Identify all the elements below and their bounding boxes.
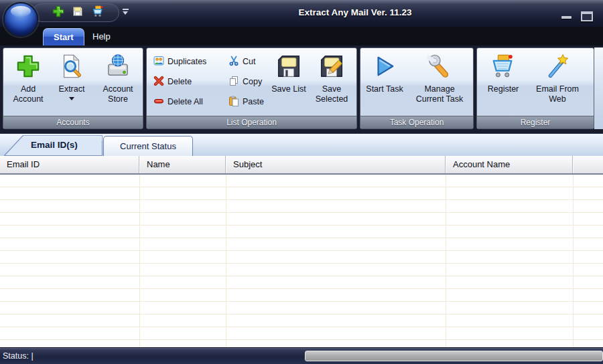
group-task-operation: Start Task Manage Current Task Task Oper… <box>360 48 474 129</box>
manage-current-task-button[interactable]: Manage Current Task <box>411 52 468 104</box>
status-text: Status: | <box>3 348 34 364</box>
chevron-down-icon <box>123 11 128 15</box>
horizontal-scrollbar-thumb[interactable] <box>305 351 603 361</box>
account-store-button[interactable]: Account Store <box>96 52 140 104</box>
window-title: Extract Any Mail Ver. 11.23 <box>107 0 603 27</box>
group-caption-list-operation: List Operation <box>147 116 356 128</box>
tab-email-ids[interactable]: Email ID(s) <box>4 135 103 156</box>
add-account-icon <box>15 52 41 84</box>
paste-button[interactable]: Paste <box>228 95 264 108</box>
column-divider <box>139 175 140 347</box>
button-label: Delete <box>168 77 192 86</box>
tab-start[interactable]: Start <box>43 28 84 46</box>
group-register: Register Email From Web Register <box>476 48 594 129</box>
tab-current-status[interactable]: Current Status <box>103 136 193 157</box>
duplicates-icon <box>153 56 164 68</box>
column-header-account-name[interactable]: Account Name <box>446 156 573 173</box>
save-selected-icon <box>319 52 344 84</box>
quick-add-button[interactable] <box>52 6 65 19</box>
group-accounts: Add Account Extract Account Store Accoun… <box>3 48 143 129</box>
ribbon: Add Account Extract Account Store Accoun… <box>0 46 603 133</box>
tab-label: Email ID(s) <box>31 140 78 150</box>
app-window: Extract Any Mail Ver. 11.23 Start Help A… <box>0 0 603 364</box>
group-caption-task-operation: Task Operation <box>360 116 473 128</box>
paste-icon <box>228 96 239 108</box>
register-button[interactable]: Register <box>482 52 524 94</box>
button-label: Delete All <box>168 97 203 106</box>
application-menu-orb[interactable] <box>3 2 38 37</box>
save-list-icon <box>276 52 302 84</box>
cut-button[interactable]: Cut <box>228 55 255 68</box>
button-label: Duplicates <box>168 57 206 66</box>
delete-all-icon <box>153 96 164 108</box>
view-tab-strip: Email ID(s) Current Status <box>0 133 603 156</box>
email-table-header: Email ID Name Subject Account Name <box>0 156 603 175</box>
start-task-button[interactable]: Start Task <box>366 52 403 94</box>
quick-save-button[interactable] <box>71 6 84 19</box>
dropdown-arrow-icon <box>69 97 74 100</box>
button-label: Copy <box>243 77 262 86</box>
button-label: Register <box>488 84 519 94</box>
customize-quick-access-button[interactable] <box>123 9 129 15</box>
delete-icon <box>153 76 164 88</box>
save-selected-button[interactable]: Save Selected <box>310 52 354 104</box>
group-caption-register: Register <box>477 116 594 128</box>
add-account-button[interactable]: Add Account <box>7 52 49 104</box>
more-commands-icon <box>123 9 129 10</box>
save-icon <box>72 5 84 20</box>
button-label: Cut <box>243 57 255 66</box>
extract-button[interactable]: Extract <box>51 52 92 100</box>
tab-help[interactable]: Help <box>87 28 116 46</box>
button-label: Save Selected <box>310 84 354 104</box>
add-icon <box>52 5 64 20</box>
button-label: Save List <box>271 84 306 94</box>
register-cart-icon <box>490 52 516 84</box>
copy-icon <box>228 76 239 88</box>
button-label: Add Account <box>7 84 49 104</box>
account-store-icon <box>105 52 131 84</box>
group-caption-accounts: Accounts <box>3 116 143 128</box>
maximize-button[interactable] <box>581 11 593 21</box>
email-from-web-button[interactable]: Email From Web <box>533 52 582 104</box>
status-bar: Status: | <box>0 347 603 364</box>
button-label: Manage Current Task <box>411 84 468 104</box>
ribbon-tab-row: Start Help <box>0 27 603 46</box>
button-label: Email From Web <box>533 84 582 104</box>
column-header-spacer[interactable] <box>574 156 603 173</box>
column-divider <box>573 175 574 347</box>
save-list-button[interactable]: Save List <box>271 52 307 94</box>
duplicates-button[interactable]: Duplicates <box>153 55 206 68</box>
column-header-email-id[interactable]: Email ID <box>0 156 139 173</box>
column-divider <box>446 175 446 347</box>
manage-task-wrench-icon <box>427 52 452 84</box>
group-list-operation: Duplicates Delete Delete All Cut Copy Pa… <box>146 48 357 129</box>
button-label: Account Store <box>96 84 140 104</box>
copy-button[interactable]: Copy <box>228 75 262 88</box>
email-from-web-wand-icon <box>545 52 570 84</box>
column-divider <box>226 175 226 347</box>
quick-access-toolbar <box>32 3 119 22</box>
column-header-name[interactable]: Name <box>140 156 226 173</box>
delete-all-button[interactable]: Delete All <box>153 95 203 108</box>
minimize-button[interactable] <box>561 16 572 19</box>
cut-icon <box>228 56 239 68</box>
button-label: Start Task <box>366 84 403 94</box>
ribbon-filler <box>594 48 603 129</box>
start-task-icon <box>372 52 397 84</box>
button-label: Extract <box>59 84 85 94</box>
column-header-subject[interactable]: Subject <box>226 156 446 173</box>
email-list[interactable] <box>0 175 603 347</box>
quick-cart-button[interactable] <box>91 6 105 19</box>
delete-button[interactable]: Delete <box>153 75 192 88</box>
button-label: Paste <box>243 97 264 106</box>
shopping-cart-icon <box>92 5 104 20</box>
extract-icon <box>59 52 84 84</box>
